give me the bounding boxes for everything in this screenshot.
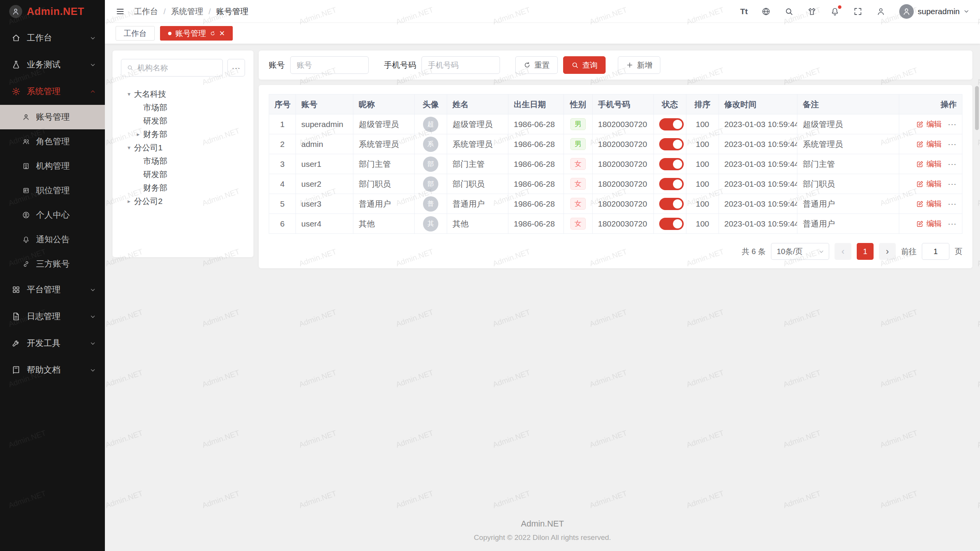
gear-icon	[11, 87, 21, 96]
sidebar-item-business-test[interactable]: 业务测试	[0, 51, 105, 78]
tab-account-management[interactable]: 账号管理 ×	[160, 26, 233, 41]
sidebar-item-label: 账号管理	[36, 111, 70, 123]
breadcrumb-item[interactable]: 系统管理	[171, 6, 203, 17]
prev-page-button[interactable]: ‹	[835, 243, 851, 260]
phone-input[interactable]	[421, 56, 500, 74]
sidebar-item-label: 通知公告	[36, 234, 70, 245]
org-search-input[interactable]	[137, 64, 217, 72]
user-menu[interactable]: superadmin	[899, 4, 969, 19]
fullscreen-icon[interactable]	[853, 7, 862, 16]
refresh-icon	[523, 61, 531, 69]
row-more-icon[interactable]: ···	[948, 160, 957, 168]
col-gender: 性别	[564, 95, 593, 114]
sidebar-item-label: 日志管理	[27, 311, 60, 322]
sidebar-item-log-management[interactable]: 日志管理	[0, 303, 105, 330]
tree-node[interactable]: 市场部	[121, 154, 245, 168]
edit-button[interactable]: 编辑	[916, 119, 942, 129]
row-avatar: 超	[423, 117, 438, 132]
sidebar-item-account-management[interactable]: 账号管理	[0, 105, 105, 129]
row-more-icon[interactable]: ···	[948, 120, 957, 129]
tree-more-button[interactable]: ···	[227, 59, 245, 77]
font-size-icon[interactable]: Tt	[740, 7, 748, 16]
sidebar-item-dev-tools[interactable]: 开发工具	[0, 330, 105, 357]
tree-node[interactable]: ▾ 分公司1	[121, 141, 245, 154]
user-icon[interactable]	[876, 7, 885, 16]
status-toggle[interactable]	[659, 138, 684, 150]
col-avatar: 头像	[415, 95, 447, 114]
tree-node[interactable]: ▸ 财务部	[121, 127, 245, 141]
page-number-current[interactable]: 1	[857, 243, 874, 260]
chevron-down-icon	[90, 367, 96, 373]
tree-node[interactable]: 研发部	[121, 168, 245, 181]
status-toggle[interactable]	[659, 118, 684, 130]
col-nickname: 昵称	[353, 95, 415, 114]
edit-pencil-icon	[916, 140, 924, 148]
edit-button[interactable]: 编辑	[916, 159, 942, 169]
row-more-icon[interactable]: ···	[948, 140, 957, 148]
tree-node[interactable]: 财务部	[121, 181, 245, 194]
table-header-row: 序号 账号 昵称 头像 姓名 出生日期 性别 手机号码 状态 排序	[269, 95, 962, 114]
col-modified: 修改时间	[719, 95, 797, 114]
chevron-down-icon	[964, 8, 969, 14]
edit-button[interactable]: 编辑	[916, 179, 942, 189]
notification-bell-icon[interactable]	[830, 7, 840, 16]
page-size-select[interactable]: 10条/页	[771, 243, 829, 260]
sidebar-item-label: 个人中心	[36, 209, 70, 221]
account-input[interactable]	[290, 56, 369, 74]
reset-button[interactable]: 重置	[515, 56, 558, 74]
theme-skin-icon[interactable]	[807, 7, 817, 16]
sidebar-item-system-management[interactable]: 系统管理	[0, 78, 105, 105]
goto-page-input[interactable]	[922, 243, 949, 260]
status-toggle[interactable]	[659, 198, 684, 210]
row-more-icon[interactable]: ···	[948, 179, 957, 188]
breadcrumb-item[interactable]: 工作台	[134, 6, 158, 17]
language-icon[interactable]	[761, 7, 771, 16]
caret-down-icon[interactable]: ▾	[124, 144, 134, 151]
caret-right-icon[interactable]: ▸	[133, 131, 143, 138]
sidebar-item-org-management[interactable]: 机构管理	[0, 154, 105, 178]
tree-node[interactable]: 研发部	[121, 114, 245, 127]
status-toggle[interactable]	[659, 158, 684, 170]
breadcrumb-item-current: 账号管理	[216, 6, 248, 17]
search-button[interactable]: 查询	[563, 56, 606, 74]
caret-right-icon[interactable]: ▸	[124, 198, 134, 205]
tree-node[interactable]: 市场部	[121, 101, 245, 114]
tab-workbench[interactable]: 工作台	[116, 26, 155, 41]
tree-node-label: 研发部	[143, 116, 167, 126]
home-icon	[11, 33, 21, 42]
gender-tag: 男	[570, 118, 586, 130]
add-button[interactable]: 新增	[618, 56, 660, 74]
sidebar-item-role-management[interactable]: 角色管理	[0, 129, 105, 154]
row-more-icon[interactable]: ···	[948, 199, 957, 208]
sidebar-item-help-docs[interactable]: 帮助文档	[0, 357, 105, 383]
sidebar-item-platform-management[interactable]: 平台管理	[0, 276, 105, 303]
cell-account: superadmin	[296, 114, 353, 134]
table-row: 1 superadmin 超级管理员 超 超级管理员 1986-06-28 男 …	[269, 114, 962, 134]
sidebar-item-thirdparty-account[interactable]: 三方账号	[0, 252, 105, 276]
edit-button[interactable]: 编辑	[916, 199, 942, 209]
edit-button[interactable]: 编辑	[916, 218, 942, 229]
status-toggle[interactable]	[659, 178, 684, 190]
pagination-total: 共 6 条	[742, 246, 766, 257]
sidebar-item-label: 职位管理	[36, 185, 70, 196]
sidebar-item-personal-center[interactable]: 个人中心	[0, 203, 105, 227]
tree-node[interactable]: ▸ 分公司2	[121, 194, 245, 208]
sidebar-item-notice-announcement[interactable]: 通知公告	[0, 227, 105, 252]
avatar	[899, 4, 914, 19]
app-logo[interactable]: Admin.NET	[0, 0, 105, 23]
edit-pencil-icon	[916, 220, 924, 228]
scrollbar-thumb[interactable]	[975, 86, 979, 130]
edit-button[interactable]: 编辑	[916, 139, 942, 149]
refresh-icon[interactable]	[210, 31, 216, 36]
topbar-actions: Tt	[740, 4, 969, 19]
status-toggle[interactable]	[659, 218, 684, 230]
tree-node[interactable]: ▾ 大名科技	[121, 87, 245, 101]
caret-down-icon[interactable]: ▾	[124, 91, 134, 98]
next-page-button[interactable]: ›	[879, 243, 896, 260]
row-more-icon[interactable]: ···	[948, 219, 957, 228]
sidebar-item-position-management[interactable]: 职位管理	[0, 178, 105, 203]
search-icon[interactable]	[784, 7, 794, 16]
hamburger-menu-icon[interactable]	[116, 7, 125, 16]
sidebar-item-workbench[interactable]: 工作台	[0, 24, 105, 51]
close-icon[interactable]: ×	[219, 29, 225, 38]
